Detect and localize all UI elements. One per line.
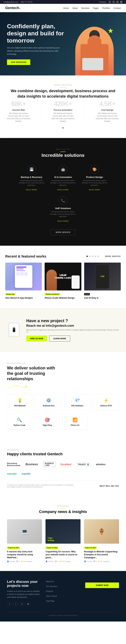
nav-links: Home About Services Pages Portfolio Cont…	[63, 6, 121, 10]
stat-success: 68K+ Success Rate We helping and improve…	[7, 100, 30, 122]
stat-success-title: Success Rate	[7, 109, 30, 111]
works-heading: Recent & featured works	[5, 254, 46, 258]
twitter-icon[interactable]: t	[112, 1, 115, 3]
stats-section-label: ABOUT GENTECH	[7, 84, 119, 86]
translate-label[interactable]: Translate	[99, 1, 106, 3]
hero-content: Confidently plan, design and build for t…	[7, 23, 67, 76]
footer-link-about[interactable]: About Us	[46, 580, 54, 582]
next-button[interactable]: NEXT WILL BE YOU	[100, 485, 119, 487]
stat-automation-desc: We helping and improve current apps with…	[51, 112, 75, 122]
email-text: info@gentech.com	[4, 1, 18, 3]
works-section: Recent & featured works MORE SERVICE	[0, 246, 126, 308]
logo-truist: TRUIST 🏦	[77, 462, 91, 466]
hero-title: Confidently plan, design and build for t…	[7, 23, 67, 44]
solution-ai-link[interactable]: READ MORE	[57, 189, 69, 190]
solution-design-link[interactable]: READ MORE	[89, 189, 100, 190]
news-category-3: 📁 No Caregiver	[98, 560, 109, 562]
news-meta-3: 👤 Hopeful 💬 3 📁 No Caregiver	[84, 560, 119, 562]
footer: Let's discuss your projects now Contact …	[0, 571, 126, 622]
carousel-dot-1[interactable]	[86, 256, 88, 257]
work-card-cod: COD UI, UI Call Of Duty G	[84, 262, 121, 299]
highping-icon: 🎯	[38, 418, 57, 422]
delivery-geforce-title: Geforce RTX	[96, 404, 116, 407]
news-comments-2: 💬 3	[55, 560, 58, 562]
work-title-ai: Alex Neural AI App Designs	[5, 297, 42, 299]
solution-backup-link[interactable]: READ MORE	[26, 189, 37, 190]
svg-marker-0	[25, 386, 27, 387]
stat-savings: 4.5K+ Cost Savings We helping and improv…	[96, 100, 119, 122]
learn-more-button[interactable]: LEARN MORE	[49, 336, 70, 342]
work-tag-cod: UI, UI	[84, 293, 90, 295]
work-title-cod: Call Of Duty G	[84, 297, 121, 299]
nav-contact[interactable]: Contact	[113, 7, 121, 10]
hero-person-illustration	[75, 27, 114, 76]
works-controls: MORE SERVICE	[86, 256, 121, 257]
logo-wireless: wireless	[96, 463, 105, 466]
footer-link-projects[interactable]: Projects	[46, 590, 53, 592]
stat-automation-number: 420K+	[51, 100, 75, 108]
more-service-button[interactable]: MORE SERVICE	[50, 229, 76, 235]
news-title-2: Copywriting for success: Why your websit…	[45, 550, 81, 559]
facebook-icon[interactable]: f	[108, 1, 111, 3]
solution-design: 🎨 Product Design We get back and recover…	[81, 165, 108, 191]
work-tag-phone: Website, Dashboard	[45, 293, 60, 295]
mockup-dot-3	[24, 272, 28, 276]
delivery-section-label: NO FRUSTRATION	[7, 362, 119, 364]
phone-text: +000 777 99 52	[20, 1, 33, 3]
hero-cta-button[interactable]: OUR SERVICES	[7, 60, 30, 65]
news-meta-1: 👤 Hopeful 💬 3 📁 No Caregiver	[7, 560, 42, 562]
footer-link-contact[interactable]: Get In Touch	[46, 595, 57, 597]
nav-home[interactable]: Home	[63, 7, 69, 10]
footer-copyright: Copyright © Gentech | By BlueCell Media	[48, 614, 77, 616]
nav-portfolio[interactable]: Portfolio	[102, 7, 110, 10]
delivery-android-title: Android-Gen	[39, 404, 59, 407]
footer-linkedin-icon[interactable]: in	[20, 602, 25, 606]
news-thumb-2: Copywriting	[45, 519, 81, 544]
linkedin-icon[interactable]: in	[116, 1, 119, 3]
footer-youtube-icon[interactable]: ▶	[26, 602, 31, 606]
delivery-row-1: 💡 ROI Website ⚙️ Android-Gen 💎 IOS Softw…	[7, 394, 119, 410]
delivery-row-2: 🔍 Python Code 🎯 High Ping 📶 Ffrive 2.0	[7, 414, 88, 430]
stats-heading: We combine design, development, business…	[7, 88, 119, 99]
footer-link-faq[interactable]: Faq Page	[46, 600, 54, 602]
testimonial-area: Complete your digital transformation wit…	[7, 480, 119, 488]
stat-savings-number: 4.5K+	[96, 100, 119, 108]
footer-submit-button[interactable]: SUBMIT NOW	[85, 582, 119, 588]
footer-facebook-icon[interactable]: f	[7, 602, 12, 606]
hire-button[interactable]: HIRE US NOW	[26, 336, 47, 342]
works-more-link[interactable]: MORE SERVICE	[105, 256, 121, 257]
news-author-3: 👤 Hopeful	[84, 560, 92, 562]
mockup-dot-2	[20, 272, 24, 276]
footer-link-services[interactable]: Our Services	[46, 585, 57, 587]
delivery-ios-title: IOS Software	[67, 404, 87, 407]
footer-description: Contact us or drop if you want to schedu…	[7, 590, 41, 599]
nav-pages[interactable]: Pages	[93, 7, 99, 10]
footer-twitter-icon[interactable]: t	[13, 602, 18, 606]
solution-voip-link[interactable]: READ MORE	[57, 220, 69, 222]
delivery-python: 🔍 Python Code	[7, 414, 32, 430]
cta-buttons: HIRE US NOW LEARN MORE	[26, 336, 119, 342]
stat-automation-title: Process Automation	[51, 109, 75, 111]
carousel-dot-4[interactable]	[95, 256, 96, 257]
work-tag-ai: Design, App	[5, 293, 15, 295]
carousel-dot-3[interactable]	[92, 256, 93, 257]
work-thumb-ai	[5, 262, 42, 290]
cta-heading: Have a new project ?	[26, 318, 119, 323]
carousel-dot-5[interactable]	[98, 256, 99, 257]
works-header: Recent & featured works MORE SERVICE	[5, 254, 121, 258]
nav-services[interactable]: Services	[81, 7, 89, 10]
carousel-dot-2[interactable]	[89, 256, 91, 257]
news-date-3: August 13, 2023	[84, 546, 97, 549]
stat-automation: 420K+ Process Automation We helping and …	[51, 100, 75, 122]
news-card-1: 💻 August 10, 2023 5 reasons why every te…	[7, 519, 42, 562]
clients-heading: Happy clients trusted Gentech	[7, 452, 119, 456]
mockup-bar-2	[16, 268, 24, 270]
youtube-icon[interactable]: ▶	[120, 1, 122, 3]
work-thumb-phone: LOLWSNEAKERS × LOVERS	[45, 262, 81, 290]
stat-savings-desc: We helping and improve current apps with…	[96, 112, 119, 122]
cta-icon-wrap: 📱	[7, 323, 21, 337]
logo-businesslabs: BUSINESSLABS	[43, 462, 55, 467]
news-date-2: August 14, 2023	[45, 546, 58, 549]
nav-about[interactable]: About	[72, 7, 78, 10]
mockup-bar-1	[16, 266, 27, 268]
